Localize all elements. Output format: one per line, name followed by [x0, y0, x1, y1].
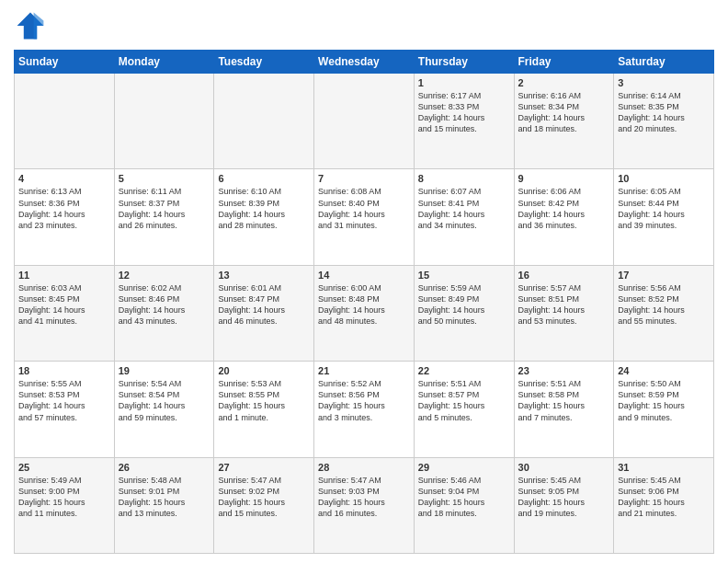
day-info: Sunrise: 6:00 AM Sunset: 8:48 PM Dayligh… [318, 282, 410, 327]
day-info: Sunrise: 5:47 AM Sunset: 9:03 PM Dayligh… [318, 475, 410, 520]
day-info: Sunrise: 5:45 AM Sunset: 9:06 PM Dayligh… [618, 475, 710, 520]
day-info: Sunrise: 6:02 AM Sunset: 8:46 PM Dayligh… [119, 282, 210, 327]
day-info: Sunrise: 6:07 AM Sunset: 8:41 PM Dayligh… [418, 186, 510, 231]
day-info: Sunrise: 5:47 AM Sunset: 9:02 PM Dayligh… [218, 475, 310, 520]
day-info: Sunrise: 6:03 AM Sunset: 8:45 PM Dayligh… [18, 282, 110, 327]
day-number: 12 [119, 270, 210, 281]
day-info: Sunrise: 6:14 AM Sunset: 8:35 PM Dayligh… [618, 90, 710, 135]
day-info: Sunrise: 5:59 AM Sunset: 8:49 PM Dayligh… [418, 282, 510, 327]
day-number: 14 [318, 270, 410, 281]
day-info: Sunrise: 6:01 AM Sunset: 8:47 PM Dayligh… [218, 282, 310, 327]
day-cell-12: 12Sunrise: 6:02 AM Sunset: 8:46 PM Dayli… [114, 265, 214, 361]
weekday-header-saturday: Saturday [614, 51, 714, 74]
day-number: 26 [119, 462, 210, 473]
day-cell-3: 3Sunrise: 6:14 AM Sunset: 8:35 PM Daylig… [614, 74, 714, 169]
day-number: 8 [418, 173, 510, 184]
day-number: 16 [518, 270, 610, 281]
day-number: 10 [618, 173, 710, 184]
day-cell-25: 25Sunrise: 5:49 AM Sunset: 9:00 PM Dayli… [15, 457, 115, 553]
day-number: 6 [218, 173, 310, 184]
day-info: Sunrise: 6:11 AM Sunset: 8:37 PM Dayligh… [119, 186, 210, 231]
weekday-header-wednesday: Wednesday [314, 51, 415, 74]
day-cell-21: 21Sunrise: 5:52 AM Sunset: 8:56 PM Dayli… [314, 362, 415, 457]
weekday-header-row: SundayMondayTuesdayWednesdayThursdayFrid… [15, 51, 714, 74]
day-cell-2: 2Sunrise: 6:16 AM Sunset: 8:34 PM Daylig… [514, 74, 614, 169]
day-number: 20 [218, 365, 310, 376]
day-info: Sunrise: 5:50 AM Sunset: 8:59 PM Dayligh… [618, 378, 710, 423]
day-info: Sunrise: 5:53 AM Sunset: 8:55 PM Dayligh… [218, 378, 310, 423]
day-cell-26: 26Sunrise: 5:48 AM Sunset: 9:01 PM Dayli… [114, 457, 214, 553]
day-info: Sunrise: 5:46 AM Sunset: 9:04 PM Dayligh… [418, 475, 510, 520]
day-info: Sunrise: 5:57 AM Sunset: 8:51 PM Dayligh… [518, 282, 610, 327]
day-cell-28: 28Sunrise: 5:47 AM Sunset: 9:03 PM Dayli… [314, 457, 415, 553]
day-cell-empty-1 [114, 74, 214, 169]
day-number: 22 [418, 365, 510, 376]
weekday-header-sunday: Sunday [15, 51, 115, 74]
day-cell-7: 7Sunrise: 6:08 AM Sunset: 8:40 PM Daylig… [314, 169, 415, 265]
page: SundayMondayTuesdayWednesdayThursdayFrid… [0, 0, 728, 563]
day-cell-6: 6Sunrise: 6:10 AM Sunset: 8:39 PM Daylig… [214, 169, 314, 265]
day-cell-23: 23Sunrise: 5:51 AM Sunset: 8:58 PM Dayli… [514, 362, 614, 457]
week-row-5: 25Sunrise: 5:49 AM Sunset: 9:00 PM Dayli… [15, 457, 714, 553]
day-number: 18 [18, 365, 110, 376]
day-cell-31: 31Sunrise: 5:45 AM Sunset: 9:06 PM Dayli… [614, 457, 714, 553]
header [14, 9, 714, 42]
day-cell-5: 5Sunrise: 6:11 AM Sunset: 8:37 PM Daylig… [114, 169, 214, 265]
day-number: 23 [518, 365, 610, 376]
day-number: 28 [318, 462, 410, 473]
day-number: 24 [618, 365, 710, 376]
day-info: Sunrise: 5:49 AM Sunset: 9:00 PM Dayligh… [18, 475, 110, 520]
day-info: Sunrise: 6:17 AM Sunset: 8:33 PM Dayligh… [418, 90, 510, 135]
weekday-header-monday: Monday [114, 51, 214, 74]
day-number: 4 [18, 173, 110, 184]
day-info: Sunrise: 5:51 AM Sunset: 8:57 PM Dayligh… [418, 378, 510, 423]
day-info: Sunrise: 5:54 AM Sunset: 8:54 PM Dayligh… [119, 378, 210, 423]
day-cell-empty-0 [15, 74, 115, 169]
svg-marker-1 [34, 13, 44, 40]
day-number: 7 [318, 173, 410, 184]
day-number: 3 [618, 77, 710, 88]
weekday-header-tuesday: Tuesday [214, 51, 314, 74]
day-number: 25 [18, 462, 110, 473]
day-number: 5 [119, 173, 210, 184]
day-cell-13: 13Sunrise: 6:01 AM Sunset: 8:47 PM Dayli… [214, 265, 314, 361]
day-cell-4: 4Sunrise: 6:13 AM Sunset: 8:36 PM Daylig… [15, 169, 115, 265]
day-cell-16: 16Sunrise: 5:57 AM Sunset: 8:51 PM Dayli… [514, 265, 614, 361]
day-cell-8: 8Sunrise: 6:07 AM Sunset: 8:41 PM Daylig… [414, 169, 514, 265]
day-info: Sunrise: 6:10 AM Sunset: 8:39 PM Dayligh… [218, 186, 310, 231]
day-number: 15 [418, 270, 510, 281]
day-number: 1 [418, 77, 510, 88]
day-number: 19 [119, 365, 210, 376]
day-info: Sunrise: 6:06 AM Sunset: 8:42 PM Dayligh… [518, 186, 610, 231]
logo [14, 9, 51, 42]
day-cell-19: 19Sunrise: 5:54 AM Sunset: 8:54 PM Dayli… [114, 362, 214, 457]
day-info: Sunrise: 5:52 AM Sunset: 8:56 PM Dayligh… [318, 378, 410, 423]
day-cell-11: 11Sunrise: 6:03 AM Sunset: 8:45 PM Dayli… [15, 265, 115, 361]
day-cell-24: 24Sunrise: 5:50 AM Sunset: 8:59 PM Dayli… [614, 362, 714, 457]
day-number: 17 [618, 270, 710, 281]
day-cell-30: 30Sunrise: 5:45 AM Sunset: 9:05 PM Dayli… [514, 457, 614, 553]
day-number: 31 [618, 462, 710, 473]
day-cell-14: 14Sunrise: 6:00 AM Sunset: 8:48 PM Dayli… [314, 265, 415, 361]
day-info: Sunrise: 6:16 AM Sunset: 8:34 PM Dayligh… [518, 90, 610, 135]
day-info: Sunrise: 5:45 AM Sunset: 9:05 PM Dayligh… [518, 475, 610, 520]
day-cell-29: 29Sunrise: 5:46 AM Sunset: 9:04 PM Dayli… [414, 457, 514, 553]
day-number: 13 [218, 270, 310, 281]
day-cell-9: 9Sunrise: 6:06 AM Sunset: 8:42 PM Daylig… [514, 169, 614, 265]
day-info: Sunrise: 5:55 AM Sunset: 8:53 PM Dayligh… [18, 378, 110, 423]
day-number: 27 [218, 462, 310, 473]
day-info: Sunrise: 6:13 AM Sunset: 8:36 PM Dayligh… [18, 186, 110, 231]
day-info: Sunrise: 5:48 AM Sunset: 9:01 PM Dayligh… [119, 475, 210, 520]
week-row-1: 1Sunrise: 6:17 AM Sunset: 8:33 PM Daylig… [15, 74, 714, 169]
day-cell-22: 22Sunrise: 5:51 AM Sunset: 8:57 PM Dayli… [414, 362, 514, 457]
day-info: Sunrise: 6:05 AM Sunset: 8:44 PM Dayligh… [618, 186, 710, 231]
week-row-2: 4Sunrise: 6:13 AM Sunset: 8:36 PM Daylig… [15, 169, 714, 265]
week-row-4: 18Sunrise: 5:55 AM Sunset: 8:53 PM Dayli… [15, 362, 714, 457]
calendar-table: SundayMondayTuesdayWednesdayThursdayFrid… [14, 50, 714, 554]
day-number: 11 [18, 270, 110, 281]
day-number: 30 [518, 462, 610, 473]
day-number: 9 [518, 173, 610, 184]
day-cell-empty-2 [214, 74, 314, 169]
day-cell-18: 18Sunrise: 5:55 AM Sunset: 8:53 PM Dayli… [15, 362, 115, 457]
day-info: Sunrise: 5:51 AM Sunset: 8:58 PM Dayligh… [518, 378, 610, 423]
